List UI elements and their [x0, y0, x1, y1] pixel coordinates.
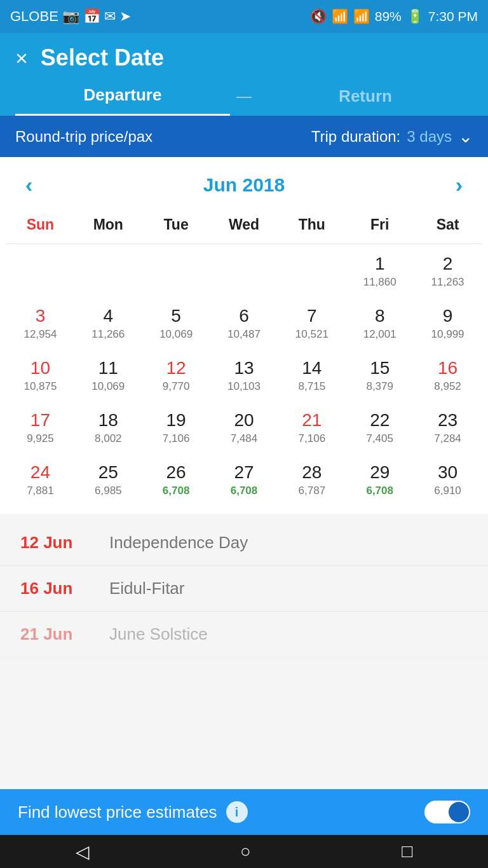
calendar-header: SunMonTueWedThuFriSat [6, 212, 482, 244]
cal-date-number: 27 [234, 463, 254, 483]
cal-price-value: 6,708 [231, 485, 258, 497]
time-text: 7:30 PM [428, 9, 478, 24]
cal-day-25[interactable]: 256,985 [74, 455, 142, 507]
cal-day-30[interactable]: 306,910 [414, 455, 482, 507]
cal-date-number: 4 [103, 307, 113, 326]
cal-price-value: 12,001 [363, 328, 396, 341]
tab-departure[interactable]: Departure [15, 85, 230, 116]
cal-day-6[interactable]: 610,487 [210, 299, 278, 351]
cal-price-value: 10,487 [227, 328, 261, 341]
cal-price-value: 8,002 [95, 432, 122, 445]
cal-day-1[interactable]: 111,860 [346, 247, 414, 299]
cal-date-number: 3 [36, 307, 46, 326]
trip-price-label: Round-trip price/pax [15, 128, 152, 146]
info-icon[interactable]: i [226, 801, 248, 823]
calendar: SunMonTueWedThuFriSat 111,860211,263312,… [0, 212, 488, 514]
cal-day-29[interactable]: 296,708 [346, 455, 414, 507]
cal-day-4[interactable]: 411,266 [74, 299, 142, 351]
lowest-price-toggle[interactable] [424, 801, 470, 823]
day-name-tue: Tue [142, 212, 210, 237]
cal-date-number: 8 [375, 307, 385, 326]
status-right: 🔇 📶 📶 89% 🔋 7:30 PM [310, 9, 478, 24]
cal-date-number: 15 [370, 359, 390, 378]
cal-price-value: 7,284 [434, 432, 461, 445]
cal-day-11[interactable]: 1110,069 [74, 351, 142, 403]
cal-day-15[interactable]: 158,379 [346, 351, 414, 403]
cal-empty [142, 247, 210, 299]
cal-day-23[interactable]: 237,284 [414, 403, 482, 455]
holiday-item: 12 JunIndependence Day [0, 520, 488, 566]
bottom-bar-left: Find lowest price estimates i [18, 801, 248, 823]
cal-price-value: 11,266 [92, 328, 125, 341]
trip-duration-label: Trip duration: [311, 128, 401, 146]
cal-price-value: 7,405 [366, 432, 393, 445]
cal-day-20[interactable]: 207,484 [210, 403, 278, 455]
cal-day-13[interactable]: 1310,103 [210, 351, 278, 403]
cal-empty [6, 247, 74, 299]
cal-day-28[interactable]: 286,787 [278, 455, 346, 507]
calendar-grid: 111,860211,263312,954411,266510,069610,4… [6, 247, 482, 507]
cal-day-2[interactable]: 211,263 [414, 247, 482, 299]
close-button[interactable]: × [15, 47, 28, 69]
home-button[interactable]: ○ [240, 841, 251, 862]
tab-return[interactable]: Return [258, 86, 473, 115]
cal-date-number: 6 [239, 307, 249, 326]
cal-day-5[interactable]: 510,069 [142, 299, 210, 351]
cal-price-value: 8,952 [434, 380, 461, 393]
cal-day-18[interactable]: 188,002 [74, 403, 142, 455]
cal-day-3[interactable]: 312,954 [6, 299, 74, 351]
camera-icon: 📷 [62, 8, 79, 25]
cal-price-value: 10,103 [227, 380, 261, 393]
cal-day-9[interactable]: 910,999 [414, 299, 482, 351]
cal-price-value: 6,910 [434, 485, 461, 497]
carrier-text: GLOBE [10, 8, 58, 25]
cal-day-10[interactable]: 1010,875 [6, 351, 74, 403]
cal-price-value: 9,925 [27, 432, 54, 445]
cal-day-26[interactable]: 266,708 [142, 455, 210, 507]
cal-price-value: 6,708 [163, 485, 190, 497]
cal-price-value: 7,106 [163, 432, 190, 445]
cal-price-value: 11,263 [431, 276, 464, 289]
cal-date-number: 19 [166, 411, 186, 431]
calendar-navigation: ‹ Jun 2018 › [0, 157, 488, 212]
day-name-fri: Fri [346, 212, 414, 237]
cal-date-number: 14 [302, 359, 322, 378]
cal-price-value: 6,708 [366, 485, 393, 497]
cal-day-27[interactable]: 276,708 [210, 455, 278, 507]
back-button[interactable]: ◁ [76, 841, 90, 862]
header: × Select Date Departure — Return [0, 33, 488, 116]
cal-day-16[interactable]: 168,952 [414, 351, 482, 403]
day-name-wed: Wed [210, 212, 278, 237]
cal-day-24[interactable]: 247,881 [6, 455, 74, 507]
cal-price-value: 9,770 [163, 380, 190, 393]
cal-date-number: 20 [234, 411, 254, 431]
mute-icon: 🔇 [310, 9, 327, 24]
cal-day-22[interactable]: 227,405 [346, 403, 414, 455]
trip-duration[interactable]: Trip duration: 3 days ⌄ [311, 126, 473, 147]
cal-day-14[interactable]: 148,715 [278, 351, 346, 403]
cal-empty [210, 247, 278, 299]
next-month-button[interactable]: › [448, 170, 470, 200]
recent-button[interactable]: □ [402, 841, 412, 862]
cal-day-7[interactable]: 710,521 [278, 299, 346, 351]
mail-icon: ✉ [104, 8, 116, 25]
cal-price-value: 11,860 [363, 276, 396, 289]
battery-text: 89% [375, 9, 402, 24]
cal-day-19[interactable]: 197,106 [142, 403, 210, 455]
status-bar: GLOBE 📷 📅 ✉ ➤ 🔇 📶 📶 89% 🔋 7:30 PM [0, 0, 488, 33]
cal-date-number: 22 [370, 411, 390, 431]
cal-date-number: 2 [443, 254, 453, 274]
cal-price-value: 10,999 [431, 328, 464, 341]
header-tabs: Departure — Return [15, 85, 473, 116]
cal-day-8[interactable]: 812,001 [346, 299, 414, 351]
prev-month-button[interactable]: ‹ [18, 170, 40, 200]
cal-price-value: 10,521 [295, 328, 329, 341]
cal-date-number: 30 [438, 463, 458, 483]
header-top: × Select Date [15, 45, 473, 71]
cal-day-17[interactable]: 179,925 [6, 403, 74, 455]
status-left: GLOBE 📷 📅 ✉ ➤ [10, 8, 131, 25]
cal-price-value: 7,106 [299, 432, 326, 445]
cal-date-number: 9 [443, 307, 453, 326]
cal-day-21[interactable]: 217,106 [278, 403, 346, 455]
cal-day-12[interactable]: 129,770 [142, 351, 210, 403]
